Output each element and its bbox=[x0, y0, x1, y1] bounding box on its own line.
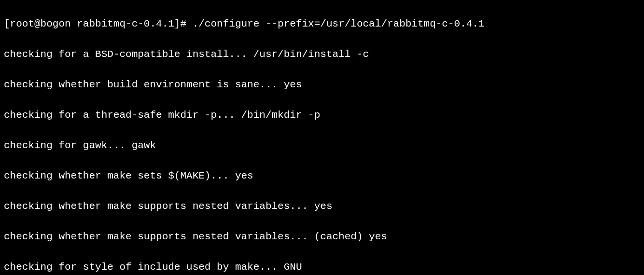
terminal-line: checking for gawk... gawk bbox=[4, 138, 640, 153]
terminal-line: checking for a BSD-compatible install...… bbox=[4, 47, 640, 62]
terminal-line: checking for style of include used by ma… bbox=[4, 260, 640, 275]
terminal-line: checking whether make supports nested va… bbox=[4, 199, 640, 214]
terminal-line: checking whether build environment is sa… bbox=[4, 77, 640, 93]
terminal-line: checking whether make sets $(MAKE)... ye… bbox=[4, 168, 640, 184]
terminal-line: [root@bogon rabbitmq-c-0.4.1]# ./configu… bbox=[4, 16, 640, 32]
terminal-output[interactable]: [root@bogon rabbitmq-c-0.4.1]# ./configu… bbox=[0, 0, 644, 275]
terminal-line: checking for a thread-safe mkdir -p... /… bbox=[4, 108, 640, 123]
terminal-line: checking whether make supports nested va… bbox=[4, 229, 640, 245]
